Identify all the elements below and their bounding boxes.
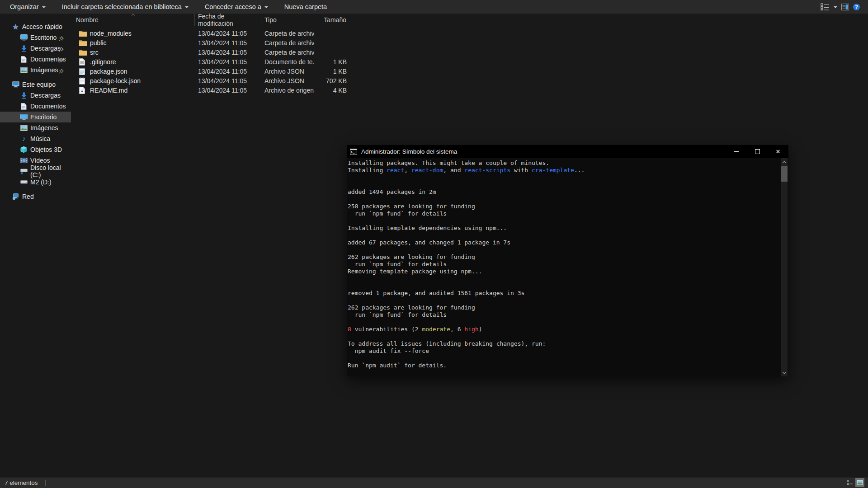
file-row-src[interactable]: src13/04/2024 11:05Carpeta de archivos <box>71 47 868 57</box>
column-header-row: NombreFecha de modificaciónTipoTamaño <box>71 14 868 26</box>
sidebar-item-imagenes[interactable]: Imágenes <box>0 65 71 75</box>
terminal-line: added 67 packages, and changed 1 package… <box>348 239 780 246</box>
terminal-text-segment: ) <box>479 326 482 333</box>
terminal-line: npm audit fix --force <box>348 347 780 355</box>
terminal-line <box>348 196 780 203</box>
file-date: 13/04/2024 11:05 <box>195 57 261 66</box>
sidebar-item-escritorio[interactable]: Escritorio <box>0 32 71 43</box>
terminal-line <box>348 217 780 225</box>
terminal-scrollbar[interactable] <box>781 158 788 376</box>
sidebar-item-descargas[interactable]: Descargas <box>0 90 71 101</box>
column-header-nombre[interactable]: Nombre <box>71 14 195 26</box>
terminal-line: Installing packages. This might take a c… <box>348 160 780 167</box>
thumbnails-view-icon[interactable] <box>855 478 864 487</box>
text-file-icon <box>79 58 87 66</box>
sidebar-item-label: Escritorio <box>30 34 57 41</box>
toolbar-button-organizar[interactable]: Organizar <box>8 0 47 14</box>
desktop-icon <box>20 34 28 42</box>
terminal-line <box>348 333 780 340</box>
column-header-tamano[interactable]: Tamaño <box>314 14 351 26</box>
sidebar-item-documentos[interactable]: Documentos <box>0 54 71 65</box>
sidebar-item-musica[interactable]: ♪Música <box>0 133 71 144</box>
sidebar-item-escritorio[interactable]: Escritorio <box>0 112 71 122</box>
sidebar-item-label: Escritorio <box>30 113 57 121</box>
scrollbar-thumb[interactable] <box>781 166 788 182</box>
toolbar-button-conceder-acceso-a[interactable]: Conceder acceso a <box>203 0 270 14</box>
toolbar-button-label: Nueva carpeta <box>284 3 327 10</box>
terminal-line <box>348 297 780 304</box>
chevron-down-icon <box>42 6 46 8</box>
file-name-cell: src <box>71 47 195 57</box>
file-row-gitignore[interactable]: .gitignore13/04/2024 11:05Documento de t… <box>71 57 868 66</box>
file-rows: node_modules13/04/2024 11:05Carpeta de a… <box>71 26 868 95</box>
column-header-fecha-de-modificacion[interactable]: Fecha de modificación <box>195 14 261 26</box>
terminal-line <box>348 181 780 188</box>
terminal-text-segment: Installing <box>348 167 387 174</box>
sidebar-section-red[interactable]: Red <box>0 191 71 202</box>
close-button[interactable]: ✕ <box>768 145 788 158</box>
terminal-text-segment: Run `npm audit` for details. <box>348 362 447 369</box>
terminal-text-segment: react-scripts <box>464 167 510 174</box>
chevron-down-icon <box>264 6 268 8</box>
terminal-text-segment: removed 1 package, and audited 1561 pack… <box>348 290 524 296</box>
file-row-package-lock-json[interactable]: package-lock.json13/04/2024 11:05Archivo… <box>71 76 868 85</box>
details-view-icon[interactable] <box>845 478 854 487</box>
layout-view-icon[interactable] <box>821 3 830 10</box>
file-row-readme-md[interactable]: README.md13/04/2024 11:05Archivo de orig… <box>71 85 868 95</box>
terminal-line <box>348 232 780 239</box>
terminal-text-segment: run `npm fund` for details <box>348 210 447 217</box>
file-row-public[interactable]: public13/04/2024 11:05Carpeta de archivo… <box>71 38 868 47</box>
terminal-text-segment: , and <box>443 167 464 174</box>
view-toggle-buttons <box>845 478 864 487</box>
minimize-button[interactable] <box>726 145 747 158</box>
terminal-line: run `npm fund` for details <box>348 261 780 268</box>
minimize-icon <box>734 151 739 152</box>
layout-dropdown-chevron-icon[interactable] <box>834 6 837 8</box>
toolbar-button-nueva-carpeta[interactable]: Nueva carpeta <box>283 0 329 14</box>
status-divider <box>45 480 46 486</box>
sidebar-section-gap <box>0 75 71 79</box>
sidebar-section-label: Acceso rápido <box>22 23 62 30</box>
column-header-label: Fecha de modificación <box>198 13 261 27</box>
sidebar-item-descargas[interactable]: Descargas <box>0 43 71 54</box>
maximize-button[interactable] <box>747 145 768 158</box>
file-name-cell: node_modules <box>71 28 195 38</box>
sidebar-item-disco-local-c[interactable]: Disco local (C:) <box>0 166 71 177</box>
terminal-text-segment: run `npm fund` for details <box>348 261 447 267</box>
sidebar-item-documentos[interactable]: Documentos <box>0 101 71 112</box>
sidebar-section-este-equipo[interactable]: Este equipo <box>0 79 71 90</box>
scroll-down-icon[interactable] <box>781 369 788 376</box>
scroll-up-icon[interactable] <box>781 159 788 165</box>
sidebar-item-objetos-3d[interactable]: Objetos 3D <box>0 144 71 155</box>
terminal-output: Installing packages. This might take a c… <box>348 160 780 369</box>
network-icon <box>12 193 19 201</box>
file-date: 13/04/2024 11:05 <box>195 66 261 76</box>
status-bar: 7 elementos <box>0 477 868 488</box>
sidebar-item-label: Vídeos <box>30 157 50 164</box>
file-name: package.json <box>90 68 127 75</box>
sidebar-item-m2-d[interactable]: M2 (D:) <box>0 177 71 188</box>
toolbar-button-label: Incluir carpeta seleccionada en bibliote… <box>62 3 182 10</box>
sidebar-section-acceso-rapido[interactable]: Acceso rápido <box>0 21 71 32</box>
terminal-text-segment: added 1494 packages in 2m <box>348 188 436 195</box>
terminal-text-segment: run `npm fund` for details <box>348 311 447 318</box>
json-file-icon <box>79 77 87 84</box>
file-date: 13/04/2024 11:05 <box>195 76 261 85</box>
toolbar-button-incluir-carpeta-seleccionada-en-biblioteca[interactable]: Incluir carpeta seleccionada en bibliote… <box>60 0 190 14</box>
terminal-text-segment: react <box>387 167 404 174</box>
terminal-titlebar[interactable]: Administrador: Símbolo del sistema ✕ <box>347 145 788 158</box>
file-size: 4 KB <box>314 85 351 95</box>
terminal-text-segment: Removing template package using npm... <box>348 268 482 275</box>
file-row-node-modules[interactable]: node_modules13/04/2024 11:05Carpeta de a… <box>71 28 868 38</box>
preview-pane-icon[interactable] <box>841 4 849 10</box>
column-header-tipo[interactable]: Tipo <box>261 14 314 26</box>
file-type: Carpeta de archivos <box>261 28 314 38</box>
file-row-package-json[interactable]: package.json13/04/2024 11:05Archivo JSON… <box>71 66 868 76</box>
terminal-text-segment: npm audit fix --force <box>348 347 429 354</box>
file-name: README.md <box>90 87 127 94</box>
terminal-text-segment: vulnerabilities (2 <box>351 326 422 333</box>
file-size: 1 KB <box>314 66 351 76</box>
help-icon[interactable]: ? <box>853 4 860 10</box>
sidebar-item-imagenes[interactable]: Imágenes <box>0 122 71 133</box>
markdown-file-icon <box>79 87 87 94</box>
